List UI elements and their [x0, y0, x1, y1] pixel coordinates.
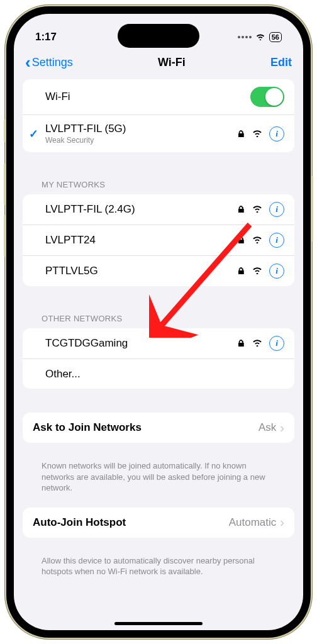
connected-network-name: LVLPTT-FIL (5G): [45, 123, 236, 135]
dynamic-island: [118, 24, 199, 48]
connected-network-row[interactable]: ✓ LVLPTT-FIL (5G) Weak Security 🔒︎ i: [23, 114, 294, 152]
wifi-signal-icon: [252, 235, 263, 246]
wifi-toggle-row[interactable]: Wi-Fi: [23, 79, 294, 114]
battery-indicator: 56: [269, 32, 282, 42]
screen: 1:17 56 ‹ Settings Wi-Fi Edit Wi: [14, 14, 303, 630]
cellular-icon: [238, 36, 252, 38]
auto-hotspot-label: Auto-Join Hotspot: [33, 516, 229, 529]
status-time: 1:17: [35, 31, 57, 43]
lock-icon: 🔒︎: [236, 266, 245, 276]
volume-up: [4, 164, 6, 205]
chevron-left-icon: ‹: [25, 54, 31, 70]
back-button[interactable]: ‹ Settings: [25, 54, 73, 70]
info-icon[interactable]: i: [269, 233, 284, 248]
mute-switch: [4, 119, 6, 142]
status-indicators: 56: [238, 32, 282, 42]
ask-join-value: Ask: [259, 421, 276, 434]
wifi-status-icon: [255, 32, 265, 42]
wifi-signal-icon: [252, 204, 263, 215]
wifi-group: Wi-Fi ✓ LVLPTT-FIL (5G) Weak Security 🔒︎…: [23, 79, 294, 152]
nav-bar: ‹ Settings Wi-Fi Edit: [14, 49, 303, 79]
chevron-right-icon: ›: [280, 515, 284, 530]
network-row[interactable]: LVLPTT24 🔒︎ i: [23, 225, 294, 255]
network-row[interactable]: TCGTDGGaming 🔒︎ i: [23, 328, 294, 358]
auto-hotspot-group: Auto-Join Hotspot Automatic ›: [23, 508, 294, 538]
phone-frame: 1:17 56 ‹ Settings Wi-Fi Edit Wi: [6, 6, 311, 638]
network-name: PTTLVL5G: [45, 265, 236, 277]
back-label: Settings: [32, 56, 73, 69]
info-icon[interactable]: i: [269, 336, 284, 351]
network-row[interactable]: PTTLVL5G 🔒︎ i: [23, 255, 294, 286]
power-button: [311, 176, 313, 242]
ask-join-footer: Known networks will be joined automatica…: [23, 455, 294, 494]
wifi-label: Wi-Fi: [45, 91, 250, 103]
volume-down: [4, 215, 6, 257]
other-row[interactable]: Other...: [23, 358, 294, 389]
ask-join-row[interactable]: Ask to Join Networks Ask ›: [23, 413, 294, 443]
lock-icon: 🔒︎: [236, 204, 245, 214]
home-indicator[interactable]: [114, 622, 203, 625]
lock-icon: 🔒︎: [236, 129, 245, 139]
wifi-signal-icon: [252, 338, 263, 349]
wifi-signal-icon: [252, 128, 263, 140]
info-icon[interactable]: i: [269, 264, 284, 279]
network-name: TCGTDGGaming: [45, 337, 236, 350]
network-name: LVLPTT24: [45, 234, 236, 247]
wifi-signal-icon: [252, 265, 263, 277]
my-networks-header: MY NETWORKS: [23, 165, 294, 194]
ask-join-label: Ask to Join Networks: [33, 421, 259, 434]
network-name: LVLPTT-FIL (2.4G): [45, 203, 236, 216]
connected-network-sub: Weak Security: [45, 136, 236, 145]
edit-button[interactable]: Edit: [270, 56, 292, 69]
auto-hotspot-value: Automatic: [229, 516, 277, 529]
wifi-toggle[interactable]: [250, 87, 284, 107]
lock-icon: 🔒︎: [236, 338, 245, 348]
lock-icon: 🔒︎: [236, 235, 245, 245]
other-networks-header: OTHER NETWORKS: [23, 299, 294, 328]
chevron-right-icon: ›: [280, 421, 284, 435]
info-icon[interactable]: i: [269, 202, 284, 217]
page-title: Wi-Fi: [158, 56, 186, 69]
network-row[interactable]: LVLPTT-FIL (2.4G) 🔒︎ i: [23, 194, 294, 225]
auto-hotspot-row[interactable]: Auto-Join Hotspot Automatic ›: [23, 508, 294, 538]
info-icon[interactable]: i: [269, 126, 284, 142]
auto-hotspot-footer: Allow this device to automatically disco…: [23, 550, 294, 577]
ask-join-group: Ask to Join Networks Ask ›: [23, 413, 294, 443]
my-networks-group: LVLPTT-FIL (2.4G) 🔒︎ i LVLPTT24 🔒︎ i: [23, 194, 294, 286]
checkmark-icon: ✓: [29, 127, 45, 141]
other-label: Other...: [45, 368, 284, 380]
other-networks-group: TCGTDGGaming 🔒︎ i Other...: [23, 328, 294, 389]
